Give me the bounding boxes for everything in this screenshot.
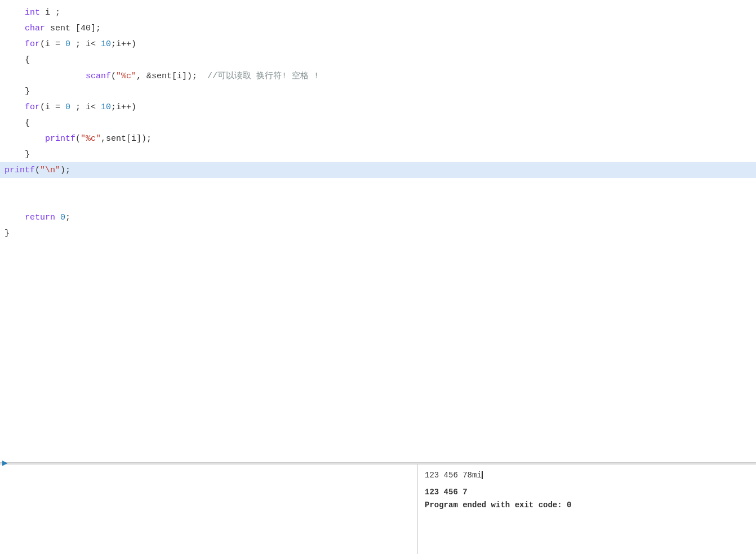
code-line-21: [0, 320, 756, 336]
code-line-22: [0, 336, 756, 351]
code-line-6: }: [0, 83, 756, 99]
code-line-9: printf("%c",sent[i]);: [0, 131, 756, 146]
code-line-14: return 0;: [0, 209, 756, 225]
output-panel: 123 456 78mi 123 456 7 Program ended wit…: [418, 464, 756, 554]
code-line-17: [0, 257, 756, 272]
code-line-19: [0, 288, 756, 304]
code-line-18: [0, 272, 756, 288]
code-line-1: int i ;: [0, 5, 756, 20]
output-result: 123 456 7: [425, 486, 749, 498]
code-line-12: [0, 178, 756, 194]
output-input-echo: 123 456 78mi: [425, 469, 749, 481]
code-line-4: {: [0, 52, 756, 68]
code-line-10: }: [0, 146, 756, 162]
code-line-16: [0, 241, 756, 257]
code-line-11: printf("\n");: [0, 162, 756, 178]
code-line-3: for(i = 0 ; i< 10;i++): [0, 36, 756, 52]
divider-arrow: ▶: [0, 459, 8, 468]
code-line-8: {: [0, 115, 756, 131]
code-line-13: [0, 194, 756, 209]
divider-bar: ▶: [0, 462, 756, 464]
bottom-panel: 123 456 78mi 123 456 7 Program ended wit…: [0, 464, 756, 554]
output-exit-code: Program ended with exit code: 0: [425, 499, 749, 511]
code-line-5: scanf("%c", &sent[i]); //可以读取 换行符! 空格 !: [0, 68, 756, 83]
code-editor[interactable]: int i ; char sent [40]; for(i = 0 ; i< 1…: [0, 0, 756, 462]
input-panel[interactable]: [0, 464, 418, 554]
code-line-15: }: [0, 225, 756, 241]
code-line-2: char sent [40];: [0, 20, 756, 36]
code-line-20: [0, 304, 756, 320]
code-line-7: for(i = 0 ; i< 10;i++): [0, 99, 756, 115]
